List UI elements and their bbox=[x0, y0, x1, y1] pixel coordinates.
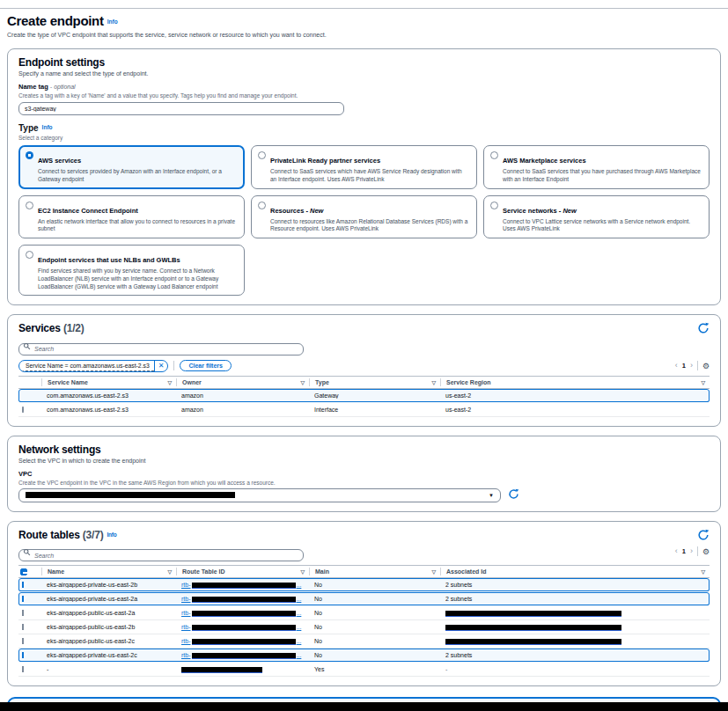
route-table-row[interactable]: - Yes - bbox=[18, 663, 710, 677]
route-table-row[interactable]: eks-airgapped-public-us-east-2a rtb-... … bbox=[18, 606, 710, 620]
services-search bbox=[18, 339, 304, 356]
type-card-ec2-instance-connect[interactable]: EC2 Instance Connect Endpoint An elastic… bbox=[18, 195, 245, 239]
route-tables-title: Route tables (3/7)Info bbox=[18, 529, 117, 541]
route-tables-table: Name▽ Route Table ID▽ Main▽ Associated I… bbox=[18, 565, 710, 677]
refresh-icon[interactable] bbox=[697, 322, 710, 334]
sort-icon[interactable]: ▽ bbox=[431, 379, 436, 385]
sort-icon[interactable]: ▽ bbox=[300, 379, 305, 385]
services-count: (1/2) bbox=[63, 322, 85, 334]
type-card-description: Find services shared with you by service… bbox=[38, 268, 237, 290]
page-number[interactable]: 1 bbox=[682, 362, 686, 370]
top-divider bbox=[0, 0, 728, 9]
radio-icon[interactable] bbox=[26, 251, 33, 259]
service-row[interactable]: com.amazonaws.us-east-2.s3 amazon Interf… bbox=[18, 403, 710, 417]
row-checkbox[interactable] bbox=[22, 582, 24, 588]
prev-page-icon[interactable]: ‹ bbox=[675, 547, 678, 555]
gear-icon[interactable]: ⚙ bbox=[702, 362, 710, 370]
row-checkbox[interactable] bbox=[22, 624, 24, 630]
page-info-link[interactable]: Info bbox=[107, 18, 118, 25]
main-cell: No bbox=[309, 652, 440, 658]
route-tables-search-input[interactable] bbox=[18, 549, 304, 561]
page-subtitle: Create the type of VPC endpoint that sup… bbox=[7, 32, 721, 38]
route-tables-search bbox=[18, 546, 304, 562]
next-page-icon[interactable]: › bbox=[690, 547, 693, 555]
row-checkbox[interactable] bbox=[22, 610, 24, 616]
route-table-id-link[interactable]: rtb-... bbox=[181, 596, 301, 602]
vpc-select[interactable]: ▼ bbox=[18, 488, 501, 502]
radio-selected-icon[interactable] bbox=[26, 151, 33, 159]
main-cell: No bbox=[309, 596, 440, 602]
type-label: TypeInfo bbox=[18, 123, 710, 133]
associated-id-cell: - bbox=[440, 666, 710, 672]
refresh-icon[interactable] bbox=[697, 529, 710, 541]
network-settings-subtitle: Select the VPC in which to create the en… bbox=[18, 458, 710, 464]
route-table-row[interactable]: eks-airgapped-private-us-east-2b rtb-...… bbox=[18, 578, 710, 592]
page-number[interactable]: 1 bbox=[682, 547, 686, 555]
type-card-aws-services[interactable]: AWS services Connect to services provide… bbox=[18, 145, 245, 189]
prev-page-icon[interactable]: ‹ bbox=[675, 362, 678, 370]
type-card-resources[interactable]: Resources - New Connect to resources lik… bbox=[251, 195, 477, 239]
route-table-row[interactable]: eks-airgapped-private-us-east-2a rtb-...… bbox=[18, 592, 710, 606]
name-tag-input[interactable] bbox=[18, 102, 344, 115]
type-card-description: Connect to resources like Amazon Relatio… bbox=[270, 218, 469, 234]
type-card-privatelink-partner[interactable]: PrivateLink Ready partner services Conne… bbox=[251, 145, 477, 189]
route-tables-info-link[interactable]: Info bbox=[107, 531, 116, 538]
route-table-row[interactable]: eks-airgapped-public-us-east-2b rtb-... … bbox=[18, 620, 710, 634]
type-info-link[interactable]: Info bbox=[42, 124, 53, 130]
radio-icon[interactable] bbox=[258, 202, 266, 209]
services-table-header: Service Name▽ Owner▽ Type▽ Service Regio… bbox=[18, 376, 710, 389]
route-table-id-link[interactable]: rtb-... bbox=[181, 638, 301, 644]
row-checkbox[interactable] bbox=[22, 596, 24, 602]
main-cell: No bbox=[309, 610, 440, 616]
main-cell: No bbox=[309, 624, 440, 630]
row-checkbox[interactable] bbox=[22, 666, 24, 672]
sort-icon[interactable]: ▽ bbox=[701, 568, 705, 575]
owner-cell: amazon bbox=[176, 392, 309, 399]
gear-icon[interactable]: ⚙ bbox=[702, 547, 710, 556]
row-checkbox[interactable] bbox=[22, 652, 24, 658]
search-icon bbox=[23, 342, 31, 350]
main-cell: Yes bbox=[309, 666, 440, 672]
service-row[interactable]: com.amazonaws.us-east-2.s3 amazon Gatewa… bbox=[18, 389, 710, 403]
associated-id-cell[interactable]: 2 subnets bbox=[445, 596, 472, 602]
select-all-checkbox[interactable] bbox=[20, 568, 27, 575]
route-tables-count: (3/7) bbox=[83, 529, 104, 541]
radio-icon[interactable] bbox=[258, 151, 266, 159]
radio-icon[interactable] bbox=[490, 151, 498, 159]
route-table-id-link[interactable]: rtb-... bbox=[181, 582, 301, 588]
refresh-icon[interactable] bbox=[508, 488, 519, 500]
type-card-title: AWS services bbox=[38, 157, 81, 165]
route-table-id-link[interactable]: rtb-... bbox=[181, 624, 301, 630]
sort-icon[interactable]: ▽ bbox=[431, 568, 436, 575]
radio-icon[interactable] bbox=[490, 202, 498, 209]
sort-icon[interactable]: ▽ bbox=[167, 568, 172, 575]
clear-filters-button[interactable]: Clear filters bbox=[180, 360, 232, 371]
redacted-id bbox=[192, 639, 296, 645]
route-table-id-link[interactable]: rtb-... bbox=[181, 610, 301, 616]
col-owner: Owner bbox=[182, 379, 202, 385]
type-card-endpoint-services-nlb-gwlb[interactable]: Endpoint services that use NLBs and GWLB… bbox=[18, 245, 245, 296]
route-tables-pagination: ‹ 1 › ⚙ bbox=[675, 546, 710, 556]
type-card-service-networks[interactable]: Service networks - New Connect to VPC La… bbox=[483, 195, 710, 239]
radio-icon[interactable] bbox=[22, 407, 24, 413]
sort-icon[interactable]: ▽ bbox=[167, 379, 172, 385]
services-pagination: ‹ 1 › ⚙ bbox=[675, 361, 710, 370]
route-table-row[interactable]: eks-airgapped-public-us-east-2c rtb-... … bbox=[18, 634, 710, 649]
sort-icon[interactable]: ▽ bbox=[701, 379, 705, 385]
redacted-associated-id bbox=[445, 625, 621, 631]
name-tag-hint: Creates a tag with a key of 'Name' and a… bbox=[18, 92, 710, 99]
page-header: Create endpointInfo Create the type of V… bbox=[0, 9, 728, 40]
associated-id-cell[interactable]: 2 subnets bbox=[445, 652, 472, 658]
next-page-icon[interactable]: › bbox=[690, 362, 693, 370]
route-table-row[interactable]: eks-airgapped-private-us-east-2c rtb-...… bbox=[18, 649, 710, 663]
row-checkbox[interactable] bbox=[22, 638, 24, 644]
remove-filter-icon[interactable]: ✕ bbox=[154, 361, 168, 371]
type-card-marketplace[interactable]: AWS Marketplace services Connect to SaaS… bbox=[483, 145, 710, 189]
services-search-input[interactable] bbox=[18, 343, 304, 356]
associated-id-cell[interactable]: 2 subnets bbox=[445, 582, 472, 588]
route-table-id-link[interactable]: rtb-... bbox=[181, 652, 301, 658]
redacted-id bbox=[192, 653, 296, 659]
col-service-region: Service Region bbox=[446, 379, 491, 385]
sort-icon[interactable]: ▽ bbox=[300, 568, 305, 575]
radio-icon[interactable] bbox=[26, 202, 33, 209]
